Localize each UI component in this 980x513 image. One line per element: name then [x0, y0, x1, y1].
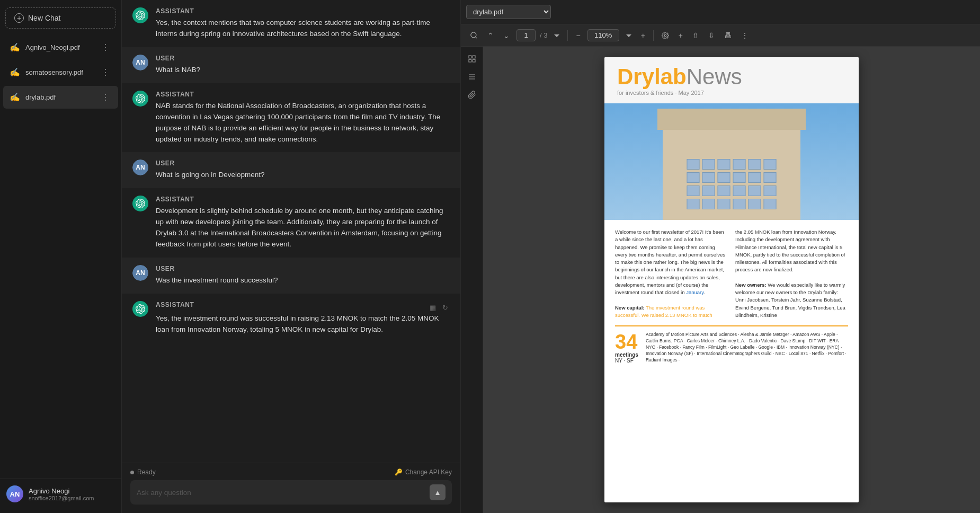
message-text: Was the investment round successful? — [156, 275, 450, 286]
pdf-toolbar-divider — [567, 30, 568, 41]
openai-icon — [136, 304, 145, 314]
sidebar-item-label: somatosensory.pdf — [25, 68, 94, 76]
message-text: Yes, the investment round was successful… — [156, 313, 450, 335]
pdf-zoom-out-button[interactable]: − — [573, 29, 583, 42]
pdf-settings-button[interactable] — [659, 30, 672, 41]
change-api-key-button[interactable]: 🔑 Change API Key — [395, 468, 452, 476]
message-content: USER What is going on in Development? — [156, 160, 450, 181]
user-circle: AN — [132, 160, 148, 175]
pdf-sidebar-thumbnail-button[interactable] — [464, 51, 480, 67]
paperclip-icon — [468, 91, 476, 99]
pdf-meetings-label: meetings — [615, 352, 638, 358]
chat-footer: Ready 🔑 Change API Key ▲ — [122, 463, 460, 513]
status-text: Ready — [137, 468, 156, 476]
svg-rect-3 — [469, 56, 471, 58]
message-text: What is going on in Development? — [156, 170, 450, 181]
assistant-avatar — [132, 7, 148, 23]
netflix-building: NETFLIX — [604, 103, 859, 220]
pdf-page: DrylabNews for investors & friends · May… — [604, 57, 859, 502]
status-dot — [130, 471, 134, 474]
pdf-prev-button[interactable]: ⌃ — [485, 29, 496, 42]
pdf-next-button[interactable]: ⌄ — [501, 29, 512, 42]
sidebar-item-menu-icon[interactable]: ⋮ — [99, 66, 112, 78]
pdf-more-button[interactable]: ⋮ — [738, 29, 751, 42]
pdf-page-body: Welcome to our first newsletter of 2017!… — [604, 220, 859, 372]
refresh-button[interactable]: ↻ — [441, 302, 450, 313]
user-email: snoffice2012@gmail.com — [29, 495, 115, 501]
user-circle: AN — [132, 265, 148, 281]
message-actions: ▦ ↻ — [428, 302, 450, 313]
sidebar: + New Chat ✍ Agnivo_Neogi.pdf ⋮ ✍ somato… — [0, 0, 122, 513]
message-role: USER — [156, 160, 450, 167]
pdf-zoom-in-button[interactable]: + — [638, 29, 648, 42]
pdf-col2-text: the 2.05 MNOK loan from Innovation Norwa… — [735, 229, 845, 272]
chat-status: Ready 🔑 Change API Key — [130, 468, 452, 476]
settings-icon — [662, 32, 669, 39]
pdf-add-button[interactable]: + — [676, 29, 685, 42]
message-content: ASSISTANT Yes, the context mentions that… — [156, 7, 450, 40]
key-icon: 🔑 — [395, 468, 403, 476]
status-indicator: Ready — [130, 468, 156, 476]
svg-rect-5 — [469, 59, 471, 62]
pdf-title-news: News — [687, 64, 742, 89]
message-role: ASSISTANT — [156, 196, 450, 203]
message-text: What is NAB? — [156, 65, 450, 76]
pdf-sidebar-annotation-button[interactable] — [464, 87, 480, 103]
pdf-col-right: the 2.05 MNOK loan from Innovation Norwa… — [735, 228, 848, 319]
pdf-footer-text: Academy of Motion Picture Arts and Scien… — [646, 332, 848, 363]
message-row: AN USER What is NAB? — [122, 47, 460, 83]
user-avatar: AN — [132, 265, 148, 281]
sidebar-item-menu-icon[interactable]: ⋮ — [99, 91, 112, 103]
pdf-meetings-city: NY · SF — [615, 358, 638, 364]
sidebar-item-agnivo[interactable]: ✍ Agnivo_Neogi.pdf ⋮ — [3, 36, 118, 59]
chat-icon: ✍ — [10, 67, 20, 77]
building-windows — [687, 159, 777, 209]
pdf-meetings-number: 34 — [615, 332, 638, 352]
message-role: ASSISTANT — [156, 7, 450, 15]
svg-rect-6 — [473, 59, 475, 62]
message-content: ASSISTANT ▦ ↻ Yes, the investment round … — [156, 301, 450, 335]
openai-icon — [136, 11, 145, 20]
send-button[interactable]: ▲ — [430, 484, 446, 500]
openai-icon — [136, 199, 145, 208]
pdf-dropdown-button[interactable] — [551, 31, 562, 40]
sidebar-item-somatosensory[interactable]: ✍ somatosensory.pdf ⋮ — [3, 61, 118, 84]
sidebar-item-label: drylab.pdf — [25, 93, 94, 101]
pdf-print-button[interactable]: 🖶 — [721, 29, 734, 42]
grid-icon — [468, 55, 476, 63]
chat-area: ASSISTANT Yes, the context mentions that… — [122, 0, 461, 513]
pdf-january-link[interactable]: January — [686, 289, 703, 295]
pdf-zoom-input[interactable] — [587, 29, 619, 41]
chat-input[interactable] — [137, 489, 425, 497]
pdf-meetings-block: 34 meetings NY · SF — [615, 332, 638, 364]
sidebar-item-drylab[interactable]: ✍ drylab.pdf ⋮ — [3, 86, 118, 109]
svg-point-0 — [471, 32, 476, 38]
pdf-filename-select[interactable]: drylab.pdf — [466, 5, 551, 19]
message-row: AN USER What is going on in Development? — [122, 152, 460, 188]
message-row: ASSISTANT ▦ ↻ Yes, the investment round … — [122, 294, 460, 343]
assistant-avatar — [132, 91, 148, 107]
pdf-page-input[interactable] — [516, 29, 536, 41]
user-avatar: AN — [132, 55, 148, 70]
list-icon — [468, 73, 476, 81]
pdf-page-header: DrylabNews for investors & friends · May… — [604, 57, 859, 103]
pdf-zoom-dropdown-button[interactable] — [623, 31, 634, 40]
pdf-col-left: Welcome to our first newsletter of 2017!… — [615, 228, 728, 319]
pdf-upload-button[interactable]: ⇧ — [690, 29, 701, 42]
message-content: ASSISTANT Development is slightly behind… — [156, 196, 450, 250]
pdf-download-button[interactable]: ⇩ — [706, 29, 717, 42]
new-chat-button[interactable]: + New Chat — [5, 7, 116, 29]
pdf-page-display[interactable]: DrylabNews for investors & friends · May… — [483, 47, 980, 513]
message-row: ASSISTANT NAB stands for the National As… — [122, 83, 460, 153]
message-content: ASSISTANT NAB stands for the National As… — [156, 91, 450, 145]
pdf-sidebar-outline-button[interactable] — [464, 69, 480, 85]
svg-line-1 — [475, 37, 477, 38]
user-avatar: AN — [132, 160, 148, 175]
message-content: USER Was the investment round successful… — [156, 265, 450, 286]
pdf-search-button[interactable] — [467, 29, 480, 41]
copy-button[interactable]: ▦ — [428, 302, 438, 313]
sidebar-item-menu-icon[interactable]: ⋮ — [99, 41, 112, 54]
pdf-content-area: DrylabNews for investors & friends · May… — [461, 47, 980, 513]
message-content: USER What is NAB? — [156, 55, 450, 76]
send-icon: ▲ — [434, 489, 441, 497]
